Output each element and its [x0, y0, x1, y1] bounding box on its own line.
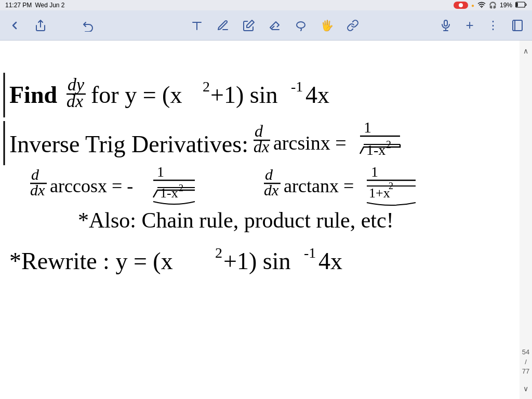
share-button[interactable]: [32, 17, 49, 34]
svg-rect-7: [444, 20, 447, 26]
svg-text:dx: dx: [66, 91, 83, 111]
svg-rect-2: [516, 3, 518, 7]
link-tool[interactable]: [344, 17, 361, 34]
svg-text:+1) sin: +1) sin: [223, 248, 290, 274]
text-tool[interactable]: [189, 17, 205, 34]
svg-text:arcsinx =: arcsinx =: [273, 132, 347, 154]
svg-text:Find: Find: [9, 82, 57, 108]
svg-rect-8: [513, 20, 522, 31]
headphone-icon: 🎧: [489, 2, 497, 9]
scroll-up-button[interactable]: ∧: [521, 45, 530, 57]
wifi-icon: [477, 2, 486, 9]
status-dot: ●: [471, 3, 474, 8]
svg-text:1: 1: [364, 118, 371, 136]
battery-label: 19%: [500, 2, 512, 9]
page-indicator: 54 / 77: [522, 57, 529, 382]
lasso-tool[interactable]: [292, 17, 309, 34]
date: Wed Jun 2: [35, 2, 64, 9]
total-pages: 77: [522, 367, 529, 376]
svg-text:dx: dx: [264, 181, 279, 198]
eraser-tool[interactable]: [267, 17, 283, 34]
scroll-bar: ∧ 54 / 77 ∨: [520, 41, 532, 399]
svg-text:2: 2: [386, 139, 391, 150]
svg-text:1-x: 1-x: [160, 185, 178, 201]
svg-text:4x: 4x: [318, 248, 342, 274]
svg-text:2: 2: [389, 181, 393, 191]
mic-button[interactable]: [437, 17, 454, 34]
svg-text:+1) sin: +1) sin: [210, 82, 277, 108]
svg-text:2: 2: [203, 78, 210, 95]
svg-text:dx: dx: [254, 137, 269, 156]
svg-text:1-x: 1-x: [366, 142, 385, 158]
svg-text:-1: -1: [304, 245, 316, 261]
pencil-tool[interactable]: [215, 17, 231, 34]
battery-icon: [515, 2, 527, 9]
more-button[interactable]: ⋮: [485, 17, 502, 34]
svg-text:for y = (x: for y = (x: [91, 82, 182, 108]
notebook-button[interactable]: [509, 17, 526, 34]
svg-text:*Also: Chain rule, product rul: *Also: Chain rule, product rule, etc!: [78, 208, 394, 232]
toolbar: 🖐 + ⋮: [0, 10, 532, 41]
record-indicator: [454, 2, 468, 9]
add-button[interactable]: +: [461, 17, 478, 34]
svg-point-6: [297, 22, 305, 28]
writing-canvas[interactable]: Find dy dx for y = (x 2 +1) sin -1 4x In…: [0, 41, 520, 399]
svg-text:1: 1: [157, 164, 164, 180]
svg-text:-1: -1: [291, 78, 303, 95]
svg-text:dx: dx: [30, 181, 45, 198]
svg-text:2: 2: [215, 245, 222, 261]
back-button[interactable]: [6, 17, 23, 34]
svg-text:1: 1: [371, 164, 378, 180]
main-canvas: Find dy dx for y = (x 2 +1) sin -1 4x In…: [0, 41, 532, 399]
scroll-down-button[interactable]: ∨: [521, 382, 530, 395]
svg-text:arctanx =: arctanx =: [284, 176, 354, 196]
status-bar: 11:27 PM Wed Jun 2 ● 🎧 19%: [0, 0, 532, 10]
current-page: 54: [522, 348, 529, 357]
page-separator: /: [525, 357, 527, 367]
svg-text:*Rewrite  : y = (x: *Rewrite : y = (x: [9, 248, 173, 274]
svg-text:d: d: [31, 166, 39, 183]
svg-text:d: d: [265, 166, 273, 183]
svg-text:Inverse Trig Derivatives:: Inverse Trig Derivatives:: [9, 131, 248, 157]
svg-point-0: [481, 7, 482, 8]
svg-text:4x: 4x: [305, 82, 329, 108]
svg-text:arccosx = -: arccosx = -: [50, 176, 133, 196]
time: 11:27 PM: [5, 2, 32, 9]
pen-tool[interactable]: [241, 17, 257, 34]
svg-text:1+x: 1+x: [369, 185, 390, 201]
hand-tool[interactable]: 🖐: [318, 17, 335, 34]
svg-text:2: 2: [179, 183, 183, 193]
undo-button[interactable]: [80, 17, 97, 34]
